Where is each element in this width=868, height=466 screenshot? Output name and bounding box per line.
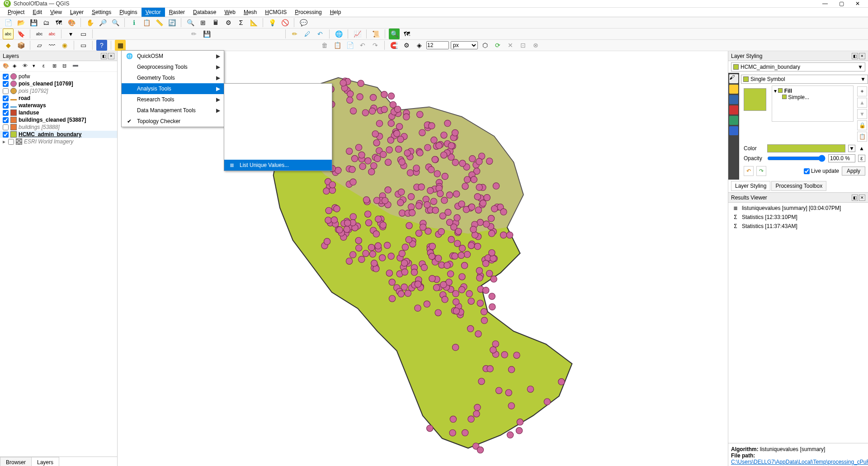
- measure-line-icon[interactable]: 📐: [248, 17, 259, 28]
- labels-icon[interactable]: [729, 85, 738, 94]
- avoid-icon[interactable]: ✕: [505, 40, 516, 51]
- filter-icon[interactable]: ▾: [65, 29, 76, 39]
- osm-search-icon[interactable]: 🔍: [389, 29, 400, 39]
- vector-menu-item[interactable]: Research Tools▶: [122, 94, 224, 105]
- chart-icon[interactable]: 📈: [352, 29, 363, 39]
- analysis-menu-item[interactable]: ✕Line Intersections...: [224, 95, 332, 105]
- live-update-check[interactable]: Live update: [804, 168, 839, 174]
- color-swatch[interactable]: [767, 144, 845, 152]
- menu-settings[interactable]: Settings: [88, 8, 115, 17]
- vector-menu-item[interactable]: Geoprocessing Tools▶: [122, 62, 224, 72]
- opacity-expr[interactable]: ε: [858, 155, 865, 162]
- vector-menu-dropdown[interactable]: 🌐QuickOSM▶Geoprocessing Tools▶Geometry T…: [121, 50, 224, 127]
- script-icon[interactable]: 📜: [370, 29, 381, 39]
- snap-unit-select[interactable]: px: [451, 41, 478, 49]
- layer-select[interactable]: HCMC_admin_boundary ▼: [731, 62, 865, 71]
- layer-row[interactable]: HCMC_admin_boundary: [0, 131, 117, 138]
- edit-del-icon[interactable]: 🗑: [319, 40, 330, 51]
- menu-web[interactable]: Web: [220, 8, 239, 17]
- opacity-input[interactable]: [828, 154, 855, 162]
- snap-layer-icon[interactable]: ◈: [414, 40, 425, 51]
- menu-vector[interactable]: Vector: [142, 8, 165, 17]
- undock-button[interactable]: ◧: [852, 53, 858, 59]
- lock-symbol-button[interactable]: 🔒: [857, 120, 867, 130]
- layer-row[interactable]: buildings_cleaned [53887]: [0, 116, 117, 124]
- edit-toggle-icon[interactable]: ✏: [189, 29, 199, 39]
- edit-line-icon[interactable]: 〰: [47, 40, 57, 51]
- vector-add-icon[interactable]: 📦: [15, 40, 26, 51]
- layer-visibility-checkbox[interactable]: [3, 117, 9, 123]
- history-icon[interactable]: [729, 126, 738, 135]
- layer-row[interactable]: pois [10792]: [0, 87, 117, 95]
- filepath-link[interactable]: C:\Users\DELLG7\AppData\Local\Temp\proce…: [731, 459, 868, 465]
- layer-visibility-checkbox[interactable]: [3, 124, 9, 130]
- analysis-menu-item[interactable]: ≣List Unique Values...: [224, 160, 332, 171]
- pen-tool-icon[interactable]: 🖊: [302, 29, 313, 39]
- menu-edit[interactable]: Edit: [28, 8, 46, 17]
- layer-visibility-checkbox[interactable]: [3, 132, 9, 138]
- stats-icon[interactable]: Σ: [236, 17, 246, 28]
- scroll-up[interactable]: ▲: [858, 145, 865, 152]
- layer-row[interactable]: landuse: [0, 109, 117, 116]
- intersect-icon[interactable]: ⊗: [530, 40, 541, 51]
- attribute-table-icon[interactable]: ⊞: [198, 17, 208, 28]
- dup-symbol-button[interactable]: 📋: [857, 132, 867, 142]
- close-panel-button[interactable]: ✕: [859, 195, 865, 201]
- analysis-menu-item[interactable]: ≋Sum Line Lengths...: [224, 127, 332, 138]
- results-list[interactable]: ≣listuniquevalues [summary] [03:04:07PM]…: [728, 203, 868, 443]
- undo-style-button[interactable]: ↶: [744, 166, 754, 176]
- vector-menu-item[interactable]: 🌐QuickOSM▶: [122, 51, 224, 62]
- analysis-menu-item[interactable]: ▦Count Points in Polygon...: [224, 84, 332, 95]
- undock-button[interactable]: ◧: [852, 195, 858, 201]
- redo-style-button[interactable]: ↷: [756, 166, 766, 176]
- redo2-icon[interactable]: ↷: [370, 40, 381, 51]
- refresh-icon[interactable]: 🔄: [166, 17, 177, 28]
- layer-visibility-checkbox[interactable]: [3, 74, 9, 80]
- menu-database[interactable]: Database: [189, 8, 220, 17]
- apply-button[interactable]: Apply: [842, 166, 865, 176]
- pencil-icon[interactable]: ✏: [289, 29, 300, 39]
- add-group-icon[interactable]: ◈: [13, 63, 20, 70]
- layer-tree[interactable]: pofwpois_cleaned [10769]pois [10792]road…: [0, 72, 117, 265]
- self-snap-icon[interactable]: ⊡: [518, 40, 528, 51]
- menu-hcmgis[interactable]: HCMGIS: [261, 8, 291, 17]
- label-pin-icon[interactable]: abc: [47, 29, 57, 39]
- edit-rect-icon[interactable]: ▭: [78, 40, 89, 51]
- expression-filter-icon[interactable]: ε: [42, 63, 50, 70]
- remove-symbol-layer-button[interactable]: ▲: [857, 98, 867, 108]
- snap-distance-input[interactable]: [426, 41, 449, 49]
- analysis-menu-item[interactable]: ▤Distance Matrix...: [224, 149, 332, 160]
- field-calc-icon[interactable]: 🖩: [210, 17, 221, 28]
- tips-icon[interactable]: 💡: [267, 17, 278, 28]
- layer-visibility-checkbox[interactable]: [3, 88, 9, 94]
- move-down-button[interactable]: ▼: [857, 109, 867, 119]
- close-button[interactable]: ✕: [854, 0, 861, 7]
- pan-selection-icon[interactable]: 🔎: [97, 17, 108, 28]
- close-panel-button[interactable]: ✕: [108, 53, 114, 59]
- menu-help[interactable]: Help: [326, 8, 345, 17]
- vector-menu-item[interactable]: Analysis Tools▶▦Count Points in Polygon.…: [122, 83, 224, 94]
- opacity-slider[interactable]: [767, 155, 826, 162]
- symbol-layer-tree[interactable]: ▾ Fill Simple...: [772, 86, 854, 122]
- left-tab-browser[interactable]: Browser: [0, 457, 32, 466]
- remove-layer-icon[interactable]: ➖: [72, 63, 80, 70]
- style-manager-icon[interactable]: 🎨: [66, 17, 77, 28]
- expand-all-icon[interactable]: ⊞: [52, 63, 60, 70]
- analysis-tools-submenu[interactable]: ▦Count Points in Polygon...✕Line Interse…: [224, 83, 332, 171]
- style-icon[interactable]: 🎨: [3, 63, 10, 70]
- add-symbol-layer-button[interactable]: +: [857, 86, 867, 96]
- measure-icon[interactable]: 📏: [154, 17, 165, 28]
- help-icon[interactable]: ?: [96, 40, 107, 51]
- 3d-icon[interactable]: [729, 105, 738, 114]
- diagrams-icon[interactable]: [729, 116, 738, 125]
- layer-row[interactable]: road: [0, 95, 117, 102]
- layer-row[interactable]: pofw: [0, 73, 117, 80]
- label-abc-icon[interactable]: abc: [3, 29, 14, 39]
- left-tab-layers[interactable]: Layers: [31, 457, 59, 466]
- select-icon[interactable]: ▭: [78, 29, 89, 39]
- identify-icon[interactable]: ℹ: [128, 17, 139, 28]
- renderer-select[interactable]: Single Symbol ▼: [741, 75, 868, 84]
- trace-icon[interactable]: ⟳: [492, 40, 503, 51]
- result-row[interactable]: ΣStatistics [12:33:10PM]: [729, 213, 867, 222]
- result-row[interactable]: ≣listuniquevalues [summary] [03:04:07PM]: [729, 204, 867, 213]
